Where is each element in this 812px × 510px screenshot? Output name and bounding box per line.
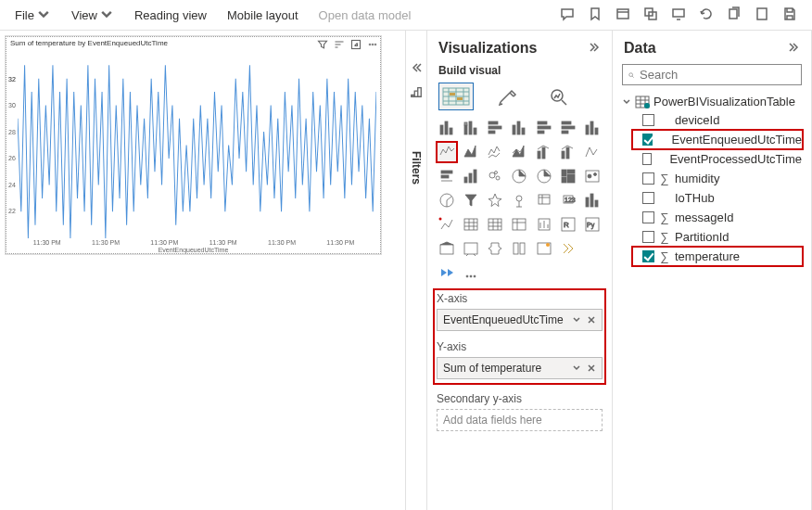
viz-type-41[interactable]: [582, 238, 603, 259]
x-axis-well[interactable]: EventEnqueuedUtcTime: [437, 309, 603, 331]
layers-icon[interactable]: [643, 6, 658, 24]
viz-type-13[interactable]: [582, 142, 603, 162]
viz-type-4[interactable]: [534, 118, 554, 138]
viz-type-3[interactable]: [509, 118, 529, 138]
viz-type-29[interactable]: [461, 214, 481, 235]
viz-type-24[interactable]: [509, 190, 529, 210]
checkbox[interactable]: [642, 134, 653, 146]
viz-type-27[interactable]: [582, 190, 603, 210]
field-deviceId[interactable]: deviceId: [622, 110, 802, 130]
viz-type-35[interactable]: [437, 238, 457, 259]
viz-type-14[interactable]: [437, 166, 457, 186]
field-PartitionId[interactable]: ∑PartitionId: [622, 227, 802, 247]
viz-type-5[interactable]: [558, 118, 578, 138]
viz-type-30[interactable]: [485, 214, 505, 235]
report-canvas[interactable]: Sum of temperature by EventEnqueuedUtcTi…: [0, 31, 405, 510]
viz-type-9[interactable]: [485, 142, 505, 162]
viz-type-40[interactable]: [558, 238, 578, 259]
collapse-data-icon[interactable]: [789, 40, 800, 57]
save-icon[interactable]: [782, 6, 797, 24]
checkbox[interactable]: [642, 250, 654, 262]
viz-type-39[interactable]: [534, 238, 554, 259]
viz-type-23[interactable]: [485, 190, 505, 210]
remove-x-field-icon[interactable]: [587, 315, 596, 325]
viz-type-0[interactable]: [437, 118, 457, 138]
chevron-down-icon[interactable]: [572, 315, 581, 325]
new-icon[interactable]: [755, 6, 769, 24]
format-visual-mode[interactable]: [490, 83, 526, 110]
field-IoTHub[interactable]: IoTHub: [622, 188, 802, 208]
copy-icon[interactable]: [727, 6, 742, 24]
focus-icon[interactable]: [350, 39, 362, 53]
viz-type-28[interactable]: [437, 214, 457, 235]
chat-icon[interactable]: [560, 6, 575, 24]
viz-type-7[interactable]: [437, 142, 457, 162]
field-humidity[interactable]: ∑humidity: [622, 169, 802, 188]
viz-type-33[interactable]: R: [558, 214, 578, 235]
chevron-down-icon[interactable]: [572, 363, 581, 373]
field-temperature[interactable]: ∑temperature: [622, 247, 802, 266]
menu-reading-view[interactable]: Reading view: [127, 5, 214, 26]
viz-type-38[interactable]: [509, 238, 529, 259]
present-icon[interactable]: [671, 6, 686, 24]
filters-pane[interactable]: Filters: [405, 31, 427, 510]
menu-file[interactable]: File: [7, 4, 58, 26]
viz-type-19[interactable]: [558, 166, 578, 186]
bookmark-icon[interactable]: [588, 6, 603, 24]
viz-type-32[interactable]: [534, 214, 554, 235]
viz-type-43[interactable]: [461, 262, 481, 283]
checkbox[interactable]: [642, 114, 654, 126]
viz-type-36[interactable]: [461, 238, 481, 259]
checkbox[interactable]: [642, 192, 654, 204]
viz-type-20[interactable]: [582, 166, 603, 186]
remove-y-field-icon[interactable]: [587, 363, 596, 373]
viz-type-22[interactable]: [461, 190, 481, 210]
viz-type-25[interactable]: [534, 190, 554, 210]
viz-type-18[interactable]: [534, 166, 554, 186]
viz-type-16[interactable]: [485, 166, 505, 186]
view-icon[interactable]: [615, 6, 630, 24]
svg-rect-35: [595, 128, 598, 134]
field-EventProcessedUtcTime[interactable]: EventProcessedUtcTime: [622, 149, 802, 169]
field-EventEnqueuedUtcTime[interactable]: EventEnqueuedUtcTime: [622, 130, 802, 149]
refresh-icon[interactable]: [699, 6, 714, 24]
viz-type-1[interactable]: [461, 118, 481, 138]
field-messageId[interactable]: ∑messageId: [622, 208, 802, 227]
svg-point-81: [466, 275, 468, 277]
checkbox[interactable]: [642, 172, 654, 185]
drill-icon[interactable]: [334, 39, 345, 53]
menu-mobile-layout[interactable]: Mobile layout: [220, 5, 306, 26]
svg-rect-17: [464, 125, 467, 134]
viz-type-42[interactable]: [437, 262, 457, 283]
search-box[interactable]: [622, 64, 802, 85]
analytics-mode[interactable]: [542, 83, 577, 110]
viz-type-12[interactable]: [558, 142, 578, 162]
collapse-viz-icon[interactable]: [590, 40, 601, 57]
viz-type-21[interactable]: [437, 190, 457, 210]
viz-type-2[interactable]: [485, 118, 505, 138]
viz-type-31[interactable]: [509, 214, 529, 235]
table-node[interactable]: PowerBIVisualizationTable: [622, 93, 802, 110]
checkbox[interactable]: [642, 211, 654, 223]
viz-type-15[interactable]: [461, 166, 481, 186]
chevron-down-icon[interactable]: [622, 97, 631, 107]
menu-view[interactable]: View: [64, 4, 121, 26]
filter-icon[interactable]: [317, 39, 328, 53]
viz-type-6[interactable]: [582, 118, 603, 138]
viz-type-17[interactable]: [509, 166, 529, 186]
checkbox[interactable]: [642, 231, 654, 243]
viz-type-37[interactable]: [485, 238, 505, 259]
viz-type-34[interactable]: Py: [582, 214, 603, 235]
line-chart-visual[interactable]: Sum of temperature by EventEnqueuedUtcTi…: [6, 36, 381, 254]
viz-type-8[interactable]: [461, 142, 481, 162]
search-input[interactable]: [640, 68, 795, 82]
expand-filters-icon[interactable]: [411, 62, 422, 76]
build-visual-mode[interactable]: [438, 83, 474, 110]
secondary-y-well[interactable]: Add data fields here: [437, 409, 603, 431]
viz-type-26[interactable]: 123: [558, 190, 578, 210]
checkbox[interactable]: [642, 153, 652, 165]
more-icon[interactable]: [367, 39, 378, 53]
viz-type-10[interactable]: [509, 142, 529, 162]
viz-type-11[interactable]: [534, 142, 554, 162]
y-axis-well[interactable]: Sum of temperature: [437, 357, 603, 379]
